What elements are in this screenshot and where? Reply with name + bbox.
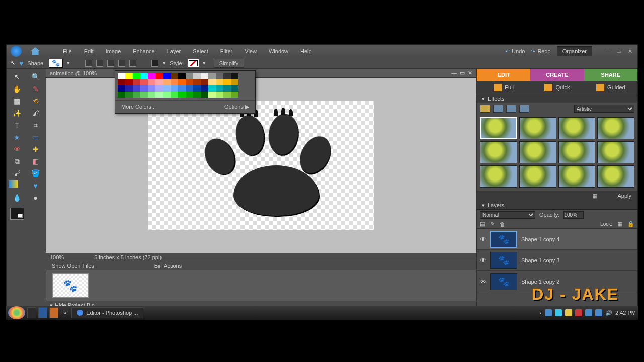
style-dropdown-icon[interactable]: ▾ — [203, 60, 206, 66]
color-swatch[interactable] — [201, 79, 208, 85]
color-swatch[interactable] — [186, 73, 193, 79]
zoom-tool-icon[interactable]: 🔍 — [27, 72, 44, 82]
color-swatch[interactable] — [118, 85, 125, 92]
delete-layer-icon[interactable]: 🗑 — [500, 221, 505, 227]
effects-category-select[interactable]: Artistic — [574, 105, 634, 113]
color-swatch[interactable] — [125, 85, 133, 92]
color-swatch[interactable] — [118, 73, 125, 79]
effect-thumb[interactable] — [597, 141, 634, 163]
color-swatch[interactable] — [193, 73, 201, 79]
color-swatch[interactable] — [193, 79, 201, 85]
tab-share[interactable]: SHARE — [584, 69, 637, 81]
home-icon[interactable] — [30, 46, 41, 56]
cookie-cutter-icon[interactable]: ★ — [9, 132, 25, 142]
layers-panel-title[interactable]: Layers — [477, 201, 637, 210]
tab-create[interactable]: CREATE — [530, 69, 584, 81]
tab-edit[interactable]: EDIT — [477, 69, 530, 81]
color-swatch[interactable] — [155, 85, 163, 92]
close-icon[interactable]: ✕ — [626, 48, 633, 54]
layer-name[interactable]: Shape 1 copy 4 — [521, 236, 559, 242]
geometry-opt-2[interactable] — [96, 60, 103, 67]
color-swatch[interactable] — [125, 92, 133, 98]
color-well[interactable] — [151, 60, 158, 67]
color-swatch[interactable] — [171, 73, 178, 79]
color-swatch[interactable] — [171, 85, 178, 92]
effect-thumb[interactable] — [519, 165, 556, 188]
clone-tool-icon[interactable]: ⧉ — [9, 156, 25, 166]
tray-expand-icon[interactable]: ‹ — [540, 310, 542, 316]
color-swatch[interactable] — [178, 79, 186, 85]
geometry-opt-5[interactable] — [129, 60, 136, 67]
filters-icon[interactable] — [480, 105, 490, 113]
color-swatch[interactable] — [148, 79, 155, 85]
quicklaunch-firefox-icon[interactable] — [49, 307, 58, 318]
quicklaunch-expand-icon[interactable]: » — [63, 310, 66, 316]
effect-thumb[interactable] — [480, 141, 517, 163]
color-swatch[interactable] — [193, 85, 201, 92]
color-swatch[interactable] — [178, 92, 186, 98]
options-button[interactable]: Options ▶ — [224, 104, 249, 110]
quicklaunch-icon[interactable] — [27, 307, 36, 318]
color-swatches[interactable] — [9, 208, 44, 225]
geometry-opt-3[interactable] — [107, 60, 114, 67]
color-swatch[interactable] — [148, 73, 155, 79]
effects-panel-title[interactable]: Effects — [477, 94, 637, 103]
color-swatch[interactable] — [201, 92, 208, 98]
organizer-button[interactable]: Organizer — [557, 46, 592, 56]
color-swatch[interactable] — [163, 73, 171, 79]
effect-thumb[interactable] — [558, 117, 596, 139]
menu-enhance[interactable]: Enhance — [128, 46, 159, 56]
lock-all-icon[interactable]: 🔒 — [627, 221, 634, 227]
effect-thumb[interactable] — [519, 117, 556, 139]
magic-wand-tool-icon[interactable]: ✨ — [9, 108, 25, 118]
move-tool-icon[interactable]: ↖ — [9, 72, 25, 82]
color-swatch[interactable] — [155, 73, 163, 79]
paw-shape[interactable] — [186, 108, 337, 223]
layer-styles-icon[interactable] — [493, 105, 503, 113]
visibility-icon[interactable]: 👁 — [480, 236, 486, 243]
tray-icon[interactable] — [585, 309, 592, 316]
subtab-full[interactable]: Full — [477, 81, 530, 94]
color-swatch[interactable] — [216, 79, 223, 85]
menu-filter[interactable]: Filter — [215, 46, 237, 56]
redeye-tool-icon[interactable]: 👁 — [9, 144, 25, 154]
shape-tool-heart-icon[interactable]: ♥ — [27, 180, 44, 191]
lasso-tool-icon[interactable]: ⟲ — [27, 96, 44, 106]
bin-thumbnail[interactable]: 🐾 — [52, 273, 89, 298]
color-swatch[interactable] — [163, 92, 171, 98]
color-swatch[interactable] — [201, 73, 208, 79]
color-swatch[interactable] — [133, 92, 140, 98]
color-swatch[interactable] — [186, 79, 193, 85]
photo-effects-icon[interactable] — [506, 105, 516, 113]
background-swatch[interactable] — [18, 214, 23, 218]
tray-icon[interactable] — [575, 309, 582, 316]
color-swatch[interactable] — [118, 79, 125, 85]
shape-picker[interactable]: 🐾 — [49, 59, 63, 68]
color-swatch[interactable] — [140, 85, 148, 92]
menu-view[interactable]: View — [239, 46, 262, 56]
color-dropdown-icon[interactable]: ▾ — [163, 60, 166, 66]
visibility-icon[interactable]: 👁 — [480, 278, 486, 285]
geometry-opt-1[interactable] — [85, 60, 92, 67]
color-swatch[interactable] — [186, 85, 193, 92]
shape-tool-icon[interactable]: ♥ — [19, 59, 23, 67]
simplify-button[interactable]: Simplify — [214, 59, 245, 68]
zoom-level[interactable]: 100% — [50, 254, 64, 260]
style-picker[interactable] — [188, 59, 199, 67]
volume-icon[interactable]: 🔊 — [605, 310, 612, 316]
color-swatch[interactable] — [140, 73, 148, 79]
crop-tool-icon[interactable]: ⌗ — [27, 120, 44, 130]
effect-thumb[interactable] — [558, 165, 596, 188]
color-swatch[interactable] — [140, 92, 148, 98]
effect-thumb[interactable] — [597, 165, 634, 188]
color-swatch[interactable] — [223, 79, 231, 85]
color-swatch[interactable] — [148, 85, 155, 92]
network-icon[interactable] — [595, 309, 602, 316]
color-swatch[interactable] — [171, 79, 178, 85]
canvas-area[interactable] — [46, 78, 476, 253]
maximize-icon[interactable]: ▭ — [615, 48, 622, 54]
clock[interactable]: 2:42 PM — [615, 310, 636, 316]
color-swatch[interactable] — [125, 73, 133, 79]
color-swatch[interactable] — [208, 79, 216, 85]
layer-name[interactable]: Shape 1 copy 3 — [521, 257, 559, 263]
